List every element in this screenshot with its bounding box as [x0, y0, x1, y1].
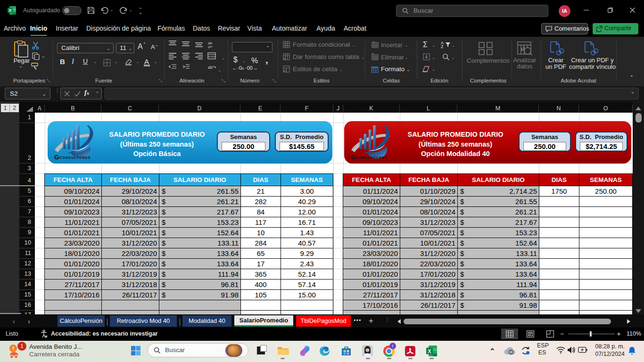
svg-text:G: G	[54, 154, 59, 160]
svg-text:c↵: c↵	[208, 45, 213, 49]
svg-text:X: X	[428, 348, 431, 354]
svg-text:!: !	[12, 346, 14, 351]
svg-text:X: X	[8, 8, 12, 13]
svg-text:ab↷: ab↷	[208, 65, 216, 70]
svg-text:G: G	[351, 154, 355, 160]
